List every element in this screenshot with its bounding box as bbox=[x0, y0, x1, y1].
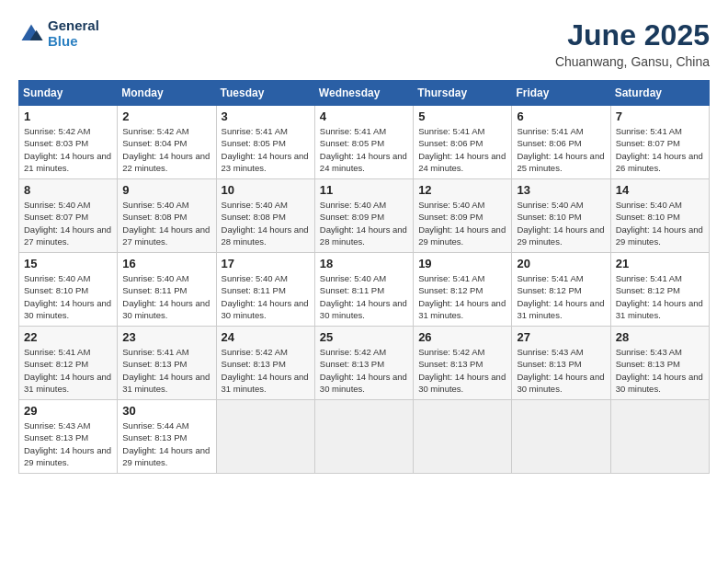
day-info: Sunrise: 5:42 AMSunset: 8:13 PMDaylight:… bbox=[222, 346, 310, 395]
day-number: 27 bbox=[517, 330, 605, 344]
table-row: 21 Sunrise: 5:41 AMSunset: 8:12 PMDaylig… bbox=[610, 253, 709, 327]
day-number: 5 bbox=[418, 109, 506, 123]
table-row bbox=[414, 400, 512, 474]
day-number: 1 bbox=[24, 109, 112, 123]
day-info: Sunrise: 5:40 AMSunset: 8:10 PMDaylight:… bbox=[616, 199, 704, 247]
day-info: Sunrise: 5:43 AMSunset: 8:13 PMDaylight:… bbox=[616, 346, 704, 395]
day-number: 13 bbox=[517, 183, 605, 197]
day-number: 11 bbox=[320, 183, 408, 197]
table-row: 30 Sunrise: 5:44 AMSunset: 8:13 PMDaylig… bbox=[118, 400, 216, 474]
table-row: 20 Sunrise: 5:41 AMSunset: 8:12 PMDaylig… bbox=[512, 253, 610, 327]
table-row: 15 Sunrise: 5:40 AMSunset: 8:10 PMDaylig… bbox=[19, 253, 118, 327]
day-number: 25 bbox=[320, 330, 408, 344]
day-number: 8 bbox=[24, 183, 112, 197]
day-info: Sunrise: 5:40 AMSunset: 8:11 PMDaylight:… bbox=[222, 272, 310, 321]
day-number: 23 bbox=[122, 330, 210, 344]
col-monday: Monday bbox=[118, 81, 216, 106]
logo: General Blue bbox=[18, 18, 99, 49]
day-info: Sunrise: 5:41 AMSunset: 8:07 PMDaylight:… bbox=[616, 125, 704, 174]
table-row: 9 Sunrise: 5:40 AMSunset: 8:08 PMDayligh… bbox=[118, 179, 216, 253]
day-number: 29 bbox=[24, 404, 112, 418]
day-number: 10 bbox=[222, 183, 310, 197]
table-row: 14 Sunrise: 5:40 AMSunset: 8:10 PMDaylig… bbox=[610, 179, 709, 253]
day-number: 9 bbox=[122, 183, 210, 197]
day-info: Sunrise: 5:41 AMSunset: 8:12 PMDaylight:… bbox=[418, 272, 506, 321]
day-info: Sunrise: 5:40 AMSunset: 8:09 PMDaylight:… bbox=[320, 199, 408, 247]
table-row: 3 Sunrise: 5:41 AMSunset: 8:05 PMDayligh… bbox=[216, 106, 314, 179]
day-info: Sunrise: 5:40 AMSunset: 8:11 PMDaylight:… bbox=[122, 272, 210, 321]
day-number: 20 bbox=[517, 257, 605, 270]
day-info: Sunrise: 5:40 AMSunset: 8:07 PMDaylight:… bbox=[24, 199, 112, 247]
day-number: 26 bbox=[418, 330, 506, 344]
day-number: 4 bbox=[320, 109, 408, 123]
day-number: 15 bbox=[24, 257, 112, 270]
col-tuesday: Tuesday bbox=[216, 81, 314, 106]
col-friday: Friday bbox=[512, 81, 610, 106]
day-info: Sunrise: 5:40 AMSunset: 8:11 PMDaylight:… bbox=[320, 272, 408, 321]
day-number: 3 bbox=[222, 109, 310, 123]
table-row: 24 Sunrise: 5:42 AMSunset: 8:13 PMDaylig… bbox=[216, 327, 314, 400]
calendar-table: Sunday Monday Tuesday Wednesday Thursday… bbox=[18, 80, 710, 474]
day-number: 17 bbox=[222, 257, 310, 270]
logo-icon bbox=[18, 21, 44, 47]
page: General Blue June 2025 Chuanwang, Gansu,… bbox=[0, 0, 728, 563]
table-row: 25 Sunrise: 5:42 AMSunset: 8:13 PMDaylig… bbox=[314, 327, 413, 400]
day-info: Sunrise: 5:42 AMSunset: 8:03 PMDaylight:… bbox=[24, 125, 112, 174]
calendar-header-row: Sunday Monday Tuesday Wednesday Thursday… bbox=[19, 81, 710, 106]
day-info: Sunrise: 5:41 AMSunset: 8:13 PMDaylight:… bbox=[122, 346, 210, 395]
table-row: 5 Sunrise: 5:41 AMSunset: 8:06 PMDayligh… bbox=[414, 106, 512, 179]
day-info: Sunrise: 5:42 AMSunset: 8:13 PMDaylight:… bbox=[320, 346, 408, 395]
logo-text: General Blue bbox=[48, 18, 99, 49]
table-row: 16 Sunrise: 5:40 AMSunset: 8:11 PMDaylig… bbox=[118, 253, 216, 327]
table-row: 6 Sunrise: 5:41 AMSunset: 8:06 PMDayligh… bbox=[512, 106, 610, 179]
day-info: Sunrise: 5:41 AMSunset: 8:06 PMDaylight:… bbox=[517, 125, 605, 174]
table-row: 29 Sunrise: 5:43 AMSunset: 8:13 PMDaylig… bbox=[19, 400, 118, 474]
calendar-week-row: 1 Sunrise: 5:42 AMSunset: 8:03 PMDayligh… bbox=[19, 106, 710, 179]
day-info: Sunrise: 5:41 AMSunset: 8:05 PMDaylight:… bbox=[222, 125, 310, 174]
day-info: Sunrise: 5:41 AMSunset: 8:05 PMDaylight:… bbox=[320, 125, 408, 174]
day-number: 30 bbox=[122, 404, 210, 418]
table-row: 26 Sunrise: 5:42 AMSunset: 8:13 PMDaylig… bbox=[414, 327, 512, 400]
day-info: Sunrise: 5:42 AMSunset: 8:04 PMDaylight:… bbox=[122, 125, 210, 174]
day-number: 12 bbox=[418, 183, 506, 197]
day-info: Sunrise: 5:40 AMSunset: 8:10 PMDaylight:… bbox=[24, 272, 112, 321]
table-row: 2 Sunrise: 5:42 AMSunset: 8:04 PMDayligh… bbox=[118, 106, 216, 179]
day-info: Sunrise: 5:41 AMSunset: 8:12 PMDaylight:… bbox=[517, 272, 605, 321]
col-saturday: Saturday bbox=[610, 81, 709, 106]
col-wednesday: Wednesday bbox=[314, 81, 413, 106]
table-row: 18 Sunrise: 5:40 AMSunset: 8:11 PMDaylig… bbox=[314, 253, 413, 327]
day-number: 16 bbox=[122, 257, 210, 270]
day-number: 2 bbox=[122, 109, 210, 123]
day-number: 6 bbox=[517, 109, 605, 123]
table-row: 4 Sunrise: 5:41 AMSunset: 8:05 PMDayligh… bbox=[314, 106, 413, 179]
day-info: Sunrise: 5:40 AMSunset: 8:08 PMDaylight:… bbox=[222, 199, 310, 247]
day-number: 19 bbox=[418, 257, 506, 270]
table-row: 22 Sunrise: 5:41 AMSunset: 8:12 PMDaylig… bbox=[19, 327, 118, 400]
subtitle: Chuanwang, Gansu, China bbox=[555, 54, 710, 69]
day-number: 14 bbox=[616, 183, 704, 197]
day-info: Sunrise: 5:41 AMSunset: 8:12 PMDaylight:… bbox=[616, 272, 704, 321]
day-info: Sunrise: 5:40 AMSunset: 8:09 PMDaylight:… bbox=[418, 199, 506, 247]
table-row bbox=[216, 400, 314, 474]
day-info: Sunrise: 5:40 AMSunset: 8:08 PMDaylight:… bbox=[122, 199, 210, 247]
table-row: 17 Sunrise: 5:40 AMSunset: 8:11 PMDaylig… bbox=[216, 253, 314, 327]
day-number: 22 bbox=[24, 330, 112, 344]
table-row: 28 Sunrise: 5:43 AMSunset: 8:13 PMDaylig… bbox=[610, 327, 709, 400]
day-info: Sunrise: 5:40 AMSunset: 8:10 PMDaylight:… bbox=[517, 199, 605, 247]
title-area: June 2025 Chuanwang, Gansu, China bbox=[555, 18, 710, 69]
calendar-week-row: 15 Sunrise: 5:40 AMSunset: 8:10 PMDaylig… bbox=[19, 253, 710, 327]
day-info: Sunrise: 5:42 AMSunset: 8:13 PMDaylight:… bbox=[418, 346, 506, 395]
day-number: 7 bbox=[616, 109, 704, 123]
table-row: 11 Sunrise: 5:40 AMSunset: 8:09 PMDaylig… bbox=[314, 179, 413, 253]
table-row: 1 Sunrise: 5:42 AMSunset: 8:03 PMDayligh… bbox=[19, 106, 118, 179]
table-row: 27 Sunrise: 5:43 AMSunset: 8:13 PMDaylig… bbox=[512, 327, 610, 400]
table-row: 12 Sunrise: 5:40 AMSunset: 8:09 PMDaylig… bbox=[414, 179, 512, 253]
table-row: 23 Sunrise: 5:41 AMSunset: 8:13 PMDaylig… bbox=[118, 327, 216, 400]
day-info: Sunrise: 5:44 AMSunset: 8:13 PMDaylight:… bbox=[122, 419, 210, 468]
day-info: Sunrise: 5:41 AMSunset: 8:06 PMDaylight:… bbox=[418, 125, 506, 174]
table-row: 10 Sunrise: 5:40 AMSunset: 8:08 PMDaylig… bbox=[216, 179, 314, 253]
col-thursday: Thursday bbox=[414, 81, 512, 106]
day-number: 18 bbox=[320, 257, 408, 270]
day-info: Sunrise: 5:43 AMSunset: 8:13 PMDaylight:… bbox=[24, 419, 112, 468]
table-row: 8 Sunrise: 5:40 AMSunset: 8:07 PMDayligh… bbox=[19, 179, 118, 253]
